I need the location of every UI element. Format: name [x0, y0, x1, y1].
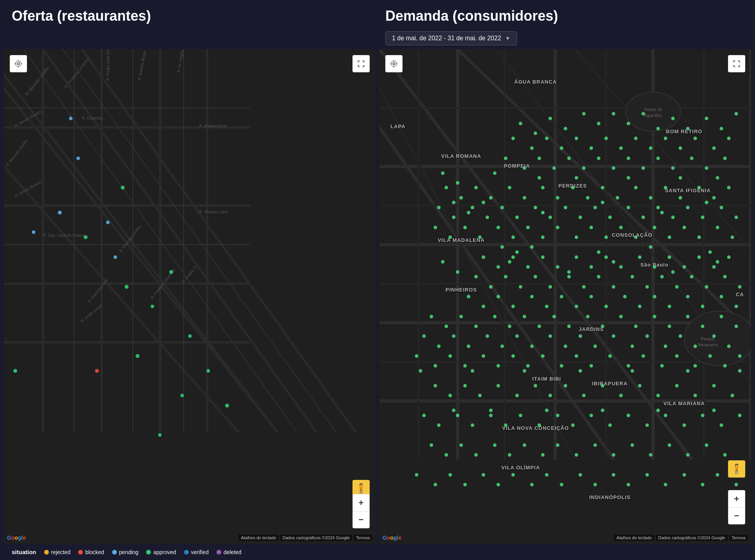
consumer-dot	[534, 206, 537, 209]
rejected-dot	[44, 550, 49, 555]
consumer-dot	[515, 216, 519, 219]
map-data-right[interactable]: Dados cartográficos ©2024 Google	[656, 535, 728, 541]
consumer-dot	[679, 196, 682, 199]
street-view-button-right[interactable]: 🧍	[728, 460, 745, 478]
consumer-dot	[433, 483, 437, 487]
consumer-dot	[441, 171, 444, 175]
consumer-dot	[716, 260, 719, 264]
consumer-dot	[586, 315, 589, 318]
consumer-dot	[619, 315, 623, 318]
consumer-dot	[590, 147, 593, 150]
consumer-dot	[660, 364, 664, 368]
zoom-out-right[interactable]: −	[728, 507, 745, 524]
restaurant-dot	[125, 285, 129, 289]
consumer-dot	[463, 225, 467, 229]
consumer-dot	[552, 166, 556, 170]
zoom-controls-right: + −	[728, 490, 745, 524]
consumer-dot	[467, 344, 471, 348]
legend-item-approved: approved	[146, 549, 176, 555]
consumer-dot	[549, 117, 552, 120]
consumer-dot	[660, 275, 664, 279]
consumer-dot	[582, 285, 586, 288]
consumer-dot	[716, 473, 719, 476]
consumer-dot	[627, 364, 630, 368]
consumer-dot	[549, 335, 552, 338]
consumer-dot	[719, 127, 723, 130]
consumer-dot	[608, 354, 612, 358]
svg-point-73	[393, 63, 395, 65]
right-section-title: Demanda (consumidores)	[385, 8, 558, 24]
consumer-dot	[590, 295, 593, 299]
zoom-in-left[interactable]: +	[352, 494, 370, 511]
consumer-dot	[586, 196, 589, 199]
zoom-out-left[interactable]: −	[352, 511, 370, 528]
restaurant-dot	[207, 369, 210, 372]
consumer-dot	[694, 136, 697, 140]
consumer-dot	[482, 354, 485, 358]
restaurant-dot	[114, 255, 117, 259]
consumer-dot	[564, 127, 567, 130]
consumer-dot	[667, 305, 671, 308]
date-range-selector[interactable]: 1 de mai. de 2022 - 31 de mai. de 2022 ▼	[385, 31, 517, 45]
consumer-dot	[471, 424, 474, 427]
consumer-dot	[705, 166, 708, 170]
consumer-dot	[493, 315, 496, 318]
consumer-dot	[627, 413, 630, 417]
consumer-dot	[590, 265, 593, 269]
consumer-dot	[530, 245, 533, 249]
consumer-dot	[433, 364, 437, 368]
consumer-dot	[471, 206, 474, 209]
consumer-dot	[474, 275, 478, 279]
consumer-dot	[653, 315, 656, 318]
consumer-dot	[519, 413, 522, 417]
right-map-panel: Parque Ibirapuera Parque da Água Boa Par…	[379, 49, 751, 544]
consumer-dot	[605, 136, 608, 140]
consumer-dot	[526, 225, 530, 229]
consumer-dot	[485, 216, 489, 219]
terms-left[interactable]: Termos	[354, 535, 372, 541]
consumer-dot	[493, 171, 496, 175]
consumer-dot	[567, 270, 571, 274]
consumer-dot	[627, 176, 630, 180]
terms-right[interactable]: Termos	[729, 535, 748, 541]
map-data-left[interactable]: Dados cartográficos ©2024 Google	[280, 535, 352, 541]
consumer-dot	[723, 156, 727, 160]
keyboard-shortcuts-left[interactable]: Atalhos do teclado	[238, 535, 279, 541]
consumer-dot	[489, 285, 493, 288]
deleted-dot	[216, 550, 221, 555]
locate-button-right[interactable]	[385, 55, 403, 72]
consumer-dot	[564, 206, 567, 209]
pending-dot	[112, 550, 117, 555]
consumer-dot	[638, 384, 641, 387]
consumer-dot	[433, 384, 437, 387]
consumer-dot	[497, 265, 500, 269]
consumer-dot	[612, 260, 615, 264]
consumer-dot	[701, 216, 705, 219]
fullscreen-button-left[interactable]	[352, 55, 370, 72]
consumer-dot	[560, 483, 563, 487]
consumer-dot	[601, 384, 604, 387]
consumer-dot	[512, 305, 515, 308]
keyboard-shortcuts-right[interactable]: Atalhos do teclado	[614, 535, 654, 541]
consumer-dot	[593, 206, 597, 209]
legend-title: situation	[12, 549, 36, 555]
consumer-dot	[682, 424, 686, 427]
consumer-dot	[701, 413, 705, 417]
consumer-dot	[593, 344, 597, 348]
consumer-dot	[660, 211, 664, 214]
consumer-dot	[705, 117, 708, 120]
consumer-dot	[415, 354, 419, 358]
consumer-dot	[530, 147, 533, 150]
legend-item-verified: verified	[184, 549, 209, 555]
consumer-dot	[619, 394, 623, 397]
locate-button-left[interactable]	[10, 55, 27, 72]
consumer-dot	[634, 236, 638, 239]
consumer-dot	[467, 211, 471, 214]
consumer-dot	[456, 181, 459, 184]
right-map-footer: Google Atalhos do teclado Dados cartográ…	[379, 535, 751, 541]
consumer-dot	[549, 216, 552, 219]
zoom-in-right[interactable]: +	[728, 490, 745, 507]
fullscreen-button-right[interactable]	[728, 55, 745, 72]
consumer-dot	[415, 473, 419, 476]
consumer-dot	[642, 354, 645, 358]
